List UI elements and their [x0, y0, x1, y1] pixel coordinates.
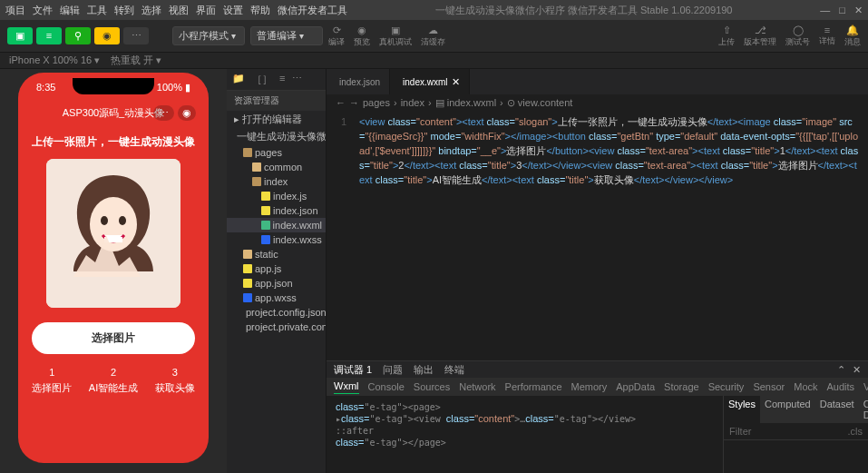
phone-notch [73, 78, 154, 94]
toolbar-详情[interactable]: ≡详情 [819, 25, 835, 47]
toolbar-模拟器[interactable]: ▣ [7, 27, 33, 44]
editor-tab[interactable]: index.wxml ✕ [390, 69, 469, 94]
devtools-tab-sensor[interactable]: Sensor [753, 381, 785, 392]
menu-视图[interactable]: 视图 [169, 4, 189, 17]
window-btn[interactable]: □ [839, 5, 845, 16]
toolbar-预览[interactable]: ◉预览 [354, 25, 370, 48]
devtools-tab-mock[interactable]: Mock [794, 381, 817, 392]
toolbar-编译[interactable]: ⟳编译 [328, 25, 345, 48]
toolbar-编辑器[interactable]: ≡ [36, 27, 62, 44]
styles-cls-toggle[interactable]: .cls [848, 426, 863, 437]
menu-转到[interactable]: 转到 [114, 4, 134, 17]
devtools-tab-audits[interactable]: Audits [827, 381, 855, 392]
explorer-tool-icon[interactable]: ⋯ [292, 73, 302, 86]
breadcrumb-item[interactable]: › [500, 97, 503, 108]
styles-tab-dataset[interactable]: Dataset [815, 396, 859, 423]
tree-item[interactable]: project.config.json [227, 305, 326, 320]
tree-item[interactable]: pages [227, 145, 326, 160]
mode-select[interactable]: 小程序模式 ▾ [172, 26, 245, 45]
devtools-tab-performance[interactable]: Performance [505, 381, 562, 392]
tree-item[interactable]: app.json [227, 276, 326, 291]
devtools-tab-storage[interactable]: Storage [664, 381, 699, 392]
capsule-close-icon[interactable]: ◉ [178, 105, 196, 121]
styles-tab-component data[interactable]: Component Data [859, 396, 868, 423]
select-image-button[interactable]: 选择图片 [32, 322, 195, 354]
styles-panel: StylesComputedDatasetComponent Data Filt… [723, 396, 868, 473]
devtools-output-tab[interactable]: 输出 [414, 363, 434, 377]
styles-filter-input[interactable]: Filter [729, 426, 751, 437]
folder-icon [243, 250, 252, 259]
explorer-tool-icon[interactable]: 📁 [232, 73, 245, 86]
tree-item[interactable]: static [227, 247, 326, 261]
devtools-tab-console[interactable]: Console [368, 381, 405, 392]
devtools-min-icon[interactable]: ⌃ [837, 364, 845, 376]
breadcrumb-item[interactable]: › [394, 97, 397, 108]
devtools-tab-memory[interactable]: Memory [571, 381, 608, 392]
simulator-panel: 8:35 100% ▮ ASP300源码_动漫头像 ⋯ ◉ 上传一张照片，一键生… [0, 69, 227, 473]
menu-项目[interactable]: 项目 [5, 4, 25, 17]
js-icon [243, 264, 252, 273]
breadcrumb-item[interactable]: ▤ index.wxml [435, 97, 496, 109]
explorer-tool-icon[interactable]: ≡ [279, 73, 285, 86]
breadcrumb-item[interactable]: pages [363, 97, 390, 108]
folder-open-icon [252, 177, 261, 186]
toolbar-版本管理[interactable]: ⎇版本管理 [744, 25, 776, 48]
breadcrumb-item[interactable]: ⊙ view.content [507, 97, 573, 109]
devtools-tab-network[interactable]: Network [459, 381, 495, 392]
tree-item[interactable]: project.private.config.json [227, 320, 326, 334]
menu-设置[interactable]: 设置 [223, 4, 243, 17]
menu-选择[interactable]: 选择 [141, 4, 161, 17]
menu-工具[interactable]: 工具 [87, 4, 107, 17]
tree-item[interactable]: index.wxss [227, 232, 326, 247]
tree-item[interactable]: index [227, 174, 326, 189]
tree-item[interactable]: ▸ 打开的编辑器 [227, 111, 326, 128]
devtools-problems-tab[interactable]: 问题 [383, 363, 403, 377]
toolbar-上传[interactable]: ⇧上传 [718, 25, 735, 48]
menu-帮助[interactable]: 帮助 [250, 4, 270, 17]
toolbar-真机调试[interactable]: ▣真机调试 [379, 25, 412, 48]
explorer-tool-icon[interactable]: ［］ [252, 73, 272, 86]
compile-select[interactable]: 普通编译 ▾ [250, 26, 323, 45]
devtools-tab-security[interactable]: Security [708, 381, 745, 392]
tree-item[interactable]: app.js [227, 261, 326, 276]
devtools-tab-vulnerability[interactable]: Vulnerability [863, 381, 868, 392]
tree-item[interactable]: index.wxml [227, 218, 326, 232]
menu-编辑[interactable]: 编辑 [60, 4, 80, 17]
menu-微信开发者工具[interactable]: 微信开发者工具 [278, 4, 347, 17]
breadcrumb-item[interactable]: › [428, 97, 432, 108]
device-select[interactable]: iPhone X 100% 16 ▾ [9, 54, 100, 66]
toolbar-消息[interactable]: 🔔消息 [844, 25, 861, 48]
devtools-tab-sources[interactable]: Sources [414, 381, 450, 392]
styles-tab-styles[interactable]: Styles [724, 396, 760, 423]
devtools-tab-wxml[interactable]: Wxml [334, 380, 359, 394]
close-tab-icon[interactable]: ✕ [452, 76, 460, 88]
window-btn[interactable]: — [820, 5, 830, 16]
nav-back-icon[interactable]: ← [336, 97, 346, 108]
toolbar-测试号[interactable]: ◯测试号 [785, 25, 810, 48]
tree-item[interactable]: index.js [227, 189, 326, 203]
nav-fwd-icon[interactable]: → [349, 97, 359, 108]
tree-item[interactable]: app.wxss [227, 291, 326, 305]
window-btn[interactable]: ✕ [854, 5, 863, 16]
tree-item[interactable]: common [227, 160, 326, 174]
elements-tree[interactable]: class="e-tag"><page> ▸class="e-tag"><vie… [327, 396, 723, 473]
devtools-tab-appdata[interactable]: AppData [616, 381, 655, 392]
menu-界面[interactable]: 界面 [196, 4, 216, 17]
devtools-close-icon[interactable]: ✕ [853, 364, 861, 376]
menu-文件[interactable]: 文件 [33, 4, 53, 17]
hotreload-select[interactable]: 热重载 开 ▾ [111, 54, 161, 67]
breadcrumb-item[interactable]: index [401, 97, 424, 108]
toolbar-调试器[interactable]: ⚲ [65, 27, 91, 44]
explorer-toolbar: 📁 ［］ ≡ ⋯ [227, 69, 326, 91]
editor-tab[interactable]: index.json [327, 69, 390, 94]
toolbar-三开发[interactable]: ⋯ [123, 27, 149, 44]
styles-tab-computed[interactable]: Computed [760, 396, 815, 423]
toolbar-清缓存[interactable]: ☁清缓存 [421, 25, 445, 48]
svg-point-3 [119, 216, 126, 225]
tree-item[interactable]: 一键生成动漫头像微信小程序 [227, 128, 326, 145]
toolbar-可视化[interactable]: ◉ [94, 27, 120, 44]
devtools-terminal-tab[interactable]: 终端 [444, 363, 464, 377]
tree-item[interactable]: index.json [227, 203, 326, 218]
capsule-menu-icon[interactable]: ⋯ [153, 105, 174, 121]
simulator-bar: iPhone X 100% 16 ▾ 热重载 开 ▾ [0, 53, 868, 69]
